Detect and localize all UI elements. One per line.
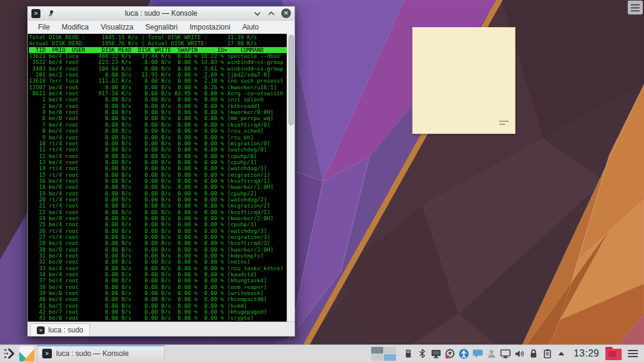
terminal-process-row: 13618 ?err luca 111.62 K/s 0.00 B/s 0.00… <box>29 78 287 84</box>
terminal-process-row: 13507 be/4 root 0.00 B/s 0.00 B/s 0.00 %… <box>29 84 287 91</box>
terminal-process-row: 13621 be/4 luca 488.32 K/s 17.44 K/s 0.0… <box>29 53 287 59</box>
minimize-chevron-icon[interactable] <box>253 11 261 16</box>
terminal-summary-line: Total DISK READ : 1845.15 K/s | Total DI… <box>29 34 287 40</box>
tab-label: luca : sudo <box>48 326 83 334</box>
terminal-process-row: 27 rt/4 root 0.00 B/s 0.00 B/s 0.00 % 0.… <box>29 234 287 240</box>
panel-clock[interactable]: 13:29 <box>573 348 599 359</box>
terminal-summary-line: Actual DISK READ: 1956.76 K/s | Actual D… <box>29 40 287 46</box>
terminal-process-row: 16 be/4 root 0.00 B/s 0.00 B/s 0.00 % 0.… <box>29 178 287 184</box>
terminal-process-row: 13 be/4 root 0.00 B/s 0.00 B/s 0.00 % 0.… <box>29 159 287 165</box>
device-notifier-icon[interactable] <box>403 349 413 359</box>
panel-menu-icon[interactable] <box>628 348 638 359</box>
update-notifier-icon[interactable] <box>445 349 455 359</box>
terminal-process-row: 42 be/7 root 0.00 B/s 0.00 B/s 0.00 % 0.… <box>29 309 287 315</box>
terminal-process-row: 30 be/0 root 0.00 B/s 0.00 B/s 0.00 % 0.… <box>29 247 287 253</box>
terminal-process-row: 28 be/4 root 0.00 B/s 0.00 B/s 0.00 % 0.… <box>29 240 287 246</box>
terminal-process-row: 281 be/3 root 0.00 B/s 13.95 K/s 0.00 % … <box>29 72 287 78</box>
menu-aiuto[interactable]: Aiuto <box>237 22 264 33</box>
red-folder-icon[interactable] <box>605 347 622 360</box>
user-idle-icon[interactable] <box>486 349 497 359</box>
terminal-scrollbar[interactable] <box>287 34 295 322</box>
terminal-process-row: 11 rt/4 root 0.00 B/s 0.00 B/s 0.00 % 0.… <box>29 147 287 153</box>
menu-segnalibri[interactable]: Segnalibri <box>140 22 183 33</box>
taskbar-task-konsole[interactable]: > luca : sudo — Konsole <box>37 345 165 362</box>
terminal-process-row: 2 be/4 root 0.00 B/s 0.00 B/s 0.00 % 0.0… <box>29 103 287 109</box>
terminal-process-row: 6 be/0 root 0.00 B/s 0.00 B/s 0.00 % 0.0… <box>29 115 287 121</box>
kde-app-icon[interactable] <box>19 346 34 361</box>
task-konsole-icon: > <box>42 349 52 358</box>
terminal-process-row: 41 be/5 root 0.00 B/s 0.00 B/s 0.00 % 0.… <box>29 303 287 309</box>
clipboard-icon[interactable] <box>542 349 552 359</box>
menu-modifica[interactable]: Modifica <box>56 22 94 33</box>
messages-icon[interactable] <box>473 349 483 359</box>
volume-icon[interactable] <box>514 349 524 359</box>
terminal-process-row: 20 rt/4 root 0.00 B/s 0.00 B/s 0.00 % 0.… <box>29 197 287 203</box>
terminal-process-row: 15 rt/4 root 0.00 B/s 0.00 B/s 0.00 % 0.… <box>29 172 287 178</box>
terminal-process-row: 3532 be/4 root 223.23 K/s 0.00 B/s 0.00 … <box>29 59 287 65</box>
terminal-process-row: 24 be/0 root 0.00 B/s 0.00 B/s 0.00 % 0.… <box>29 215 287 221</box>
menu-visualizza[interactable]: Visualizza <box>95 22 139 33</box>
task-label: luca : sudo — Konsole <box>56 349 129 358</box>
bluetooth-icon[interactable] <box>417 349 427 359</box>
terminal-process-row: 39 be/0 root 0.00 B/s 0.00 B/s 0.00 % 0.… <box>29 290 287 296</box>
terminal-process-row: 21 rt/4 root 0.00 B/s 0.00 B/s 0.00 % 0.… <box>29 203 287 209</box>
terminal-process-row: 33 be/4 root 0.00 B/s 0.00 B/s 0.00 % 0.… <box>29 265 287 272</box>
terminal-process-row: 19 be/4 root 0.00 B/s 0.00 B/s 0.00 % 0.… <box>29 191 287 197</box>
sticky-note-widget[interactable] <box>412 27 515 134</box>
terminal-process-row: 14 rt/4 root 0.00 B/s 0.00 B/s 0.00 % 0.… <box>29 165 287 171</box>
konsole-window: > luca : sudo — Konsole ✕ File Modifica … <box>27 6 295 337</box>
terminal-process-row: 31 be/4 root 0.00 B/s 0.00 B/s 0.00 % 0.… <box>29 253 287 259</box>
note-resize-handle-icon[interactable] <box>499 119 509 129</box>
scrollbar-thumb[interactable] <box>289 35 294 125</box>
app-launcher-icon[interactable] <box>2 346 18 361</box>
terminal-header-line: TID PRIO USER DISK READ DISK WRITE SWAPI… <box>29 47 287 53</box>
terminal-process-row: 4 be/0 root 0.00 B/s 0.00 B/s 0.00 % 0.0… <box>29 109 287 115</box>
titlebar[interactable]: > luca : sudo — Konsole ✕ <box>28 7 295 21</box>
screen-share-icon[interactable] <box>431 349 441 359</box>
display-icon[interactable] <box>500 349 511 359</box>
panel: > luca : sudo — Konsole <box>0 345 644 362</box>
terminal-process-row: 8 be/4 root 0.00 B/s 0.00 B/s 0.00 % 0.0… <box>29 128 287 134</box>
tab-konsole-icon: > <box>37 326 45 334</box>
terminal-process-row: 3483 be/4 root 104.64 K/s 0.00 B/s 0.00 … <box>29 66 287 72</box>
terminal-process-row: 40 be/4 root 0.00 B/s 0.00 B/s 0.00 % 0.… <box>29 296 287 302</box>
terminal-process-row: 1 be/4 root 0.00 B/s 0.00 B/s 0.00 % 0.0… <box>29 97 287 103</box>
accessibility-icon[interactable] <box>459 349 469 359</box>
terminal-area[interactable]: Total DISK READ : 1845.15 K/s | Total DI… <box>28 34 295 322</box>
desktop-toolbox-icon[interactable] <box>628 1 643 14</box>
terminal-process-row: 7 be/4 root 0.00 B/s 0.00 B/s 0.00 % 0.0… <box>29 122 287 128</box>
maximize-chevron-icon[interactable] <box>267 11 275 16</box>
virtual-desktop-pager[interactable] <box>371 347 396 361</box>
terminal-process-row: 26 rt/4 root 0.00 B/s 0.00 B/s 0.00 % 0.… <box>29 228 287 234</box>
terminal-process-row: 34 be/4 root 0.00 B/s 0.00 B/s 0.00 % 0.… <box>29 272 287 278</box>
terminal-process-row: 12 be/4 root 0.00 B/s 0.00 B/s 0.00 % 0.… <box>29 153 287 159</box>
terminal-process-row: 43 be/0 root 0.00 B/s 0.00 B/s 0.00 % 0.… <box>29 315 287 321</box>
system-tray: 13:29 <box>371 347 644 361</box>
terminal-process-row: 32 be/0 root 0.00 B/s 0.00 B/s 0.00 % 0.… <box>29 259 287 265</box>
menu-impostazioni[interactable]: Impostazioni <box>184 22 235 33</box>
terminal-process-row: 9 be/4 root 0.00 B/s 0.00 B/s 0.00 % 0.0… <box>29 135 287 141</box>
menubar: File Modifica Visualizza Segnalibri Impo… <box>28 21 295 34</box>
terminal-process-row: 22 be/4 root 0.00 B/s 0.00 B/s 0.00 % 0.… <box>29 209 287 215</box>
terminal-output: Total DISK READ : 1845.15 K/s | Total DI… <box>29 34 287 322</box>
terminal-process-row: 18 be/0 root 0.00 B/s 0.00 B/s 0.00 % 0.… <box>29 184 287 190</box>
expand-tray-icon[interactable] <box>556 349 566 359</box>
terminal-process-row: 37 be/4 root 0.00 B/s 0.00 B/s 0.00 % 0.… <box>29 278 287 284</box>
close-icon[interactable]: ✕ <box>281 8 291 18</box>
terminal-process-row: 10 rt/4 root 0.00 B/s 0.00 B/s 0.00 % 0.… <box>29 141 287 147</box>
menu-file[interactable]: File <box>33 22 55 33</box>
terminal-process-row: 25 be/4 root 0.00 B/s 0.00 B/s 0.00 % 0.… <box>29 221 287 227</box>
tab-bar: > luca : sudo <box>28 322 295 336</box>
desktop: > luca : sudo — Konsole ✕ File Modifica … <box>0 0 644 362</box>
lock-icon[interactable] <box>528 349 538 359</box>
terminal-process-row: 38 be/4 root 0.00 B/s 0.00 B/s 0.00 % 0.… <box>29 284 287 290</box>
tab-luca-sudo[interactable]: > luca : sudo <box>30 323 90 336</box>
terminal-process-row: 8611 be/4 root 917.34 K/s 0.00 B/s 83.95… <box>29 91 287 97</box>
